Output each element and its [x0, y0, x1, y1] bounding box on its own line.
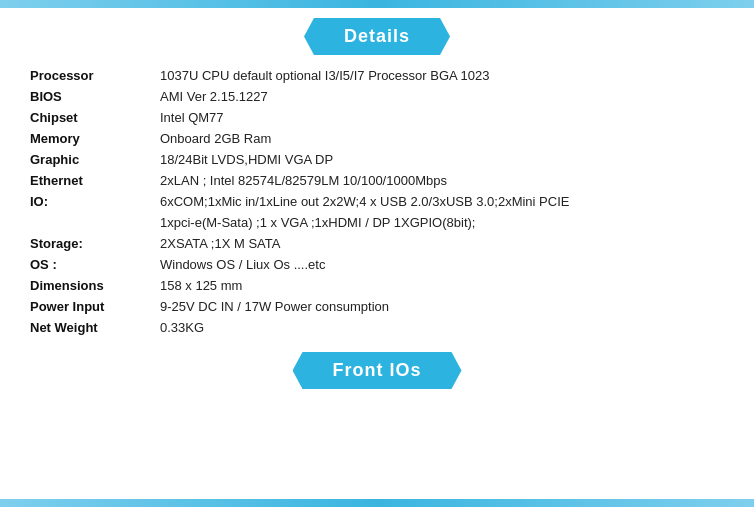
top-border	[0, 0, 754, 8]
detail-value: Windows OS / Liux Os ....etc	[160, 257, 724, 272]
detail-value: 0.33KG	[160, 320, 724, 335]
table-row: Net Weight0.33KG	[30, 317, 724, 338]
detail-label: Graphic	[30, 152, 160, 167]
detail-value: 158 x 125 mm	[160, 278, 724, 293]
detail-value: Intel QM77	[160, 110, 724, 125]
table-row: Processor1037U CPU default optional I3/I…	[30, 65, 724, 86]
table-row: Graphic18/24Bit LVDS,HDMI VGA DP	[30, 149, 724, 170]
table-row: MemoryOnboard 2GB Ram	[30, 128, 724, 149]
detail-value: 18/24Bit LVDS,HDMI VGA DP	[160, 152, 724, 167]
detail-label: Ethernet	[30, 173, 160, 188]
detail-label: Dimensions	[30, 278, 160, 293]
details-title: Details	[304, 18, 450, 55]
detail-value: AMI Ver 2.15.1227	[160, 89, 724, 104]
detail-value: 2xLAN ; Intel 82574L/82579LM 10/100/1000…	[160, 173, 724, 188]
detail-label: Chipset	[30, 110, 160, 125]
table-row: IO:6xCOM;1xMic in/1xLine out 2x2W;4 x US…	[30, 191, 724, 212]
detail-label: Processor	[30, 68, 160, 83]
detail-value: 2XSATA ;1X M SATA	[160, 236, 724, 251]
table-row: ChipsetIntel QM77	[30, 107, 724, 128]
front-ios-banner: Front IOs	[0, 352, 754, 389]
details-banner: Details	[0, 18, 754, 55]
detail-value: Onboard 2GB Ram	[160, 131, 724, 146]
detail-label: BIOS	[30, 89, 160, 104]
detail-value: 6xCOM;1xMic in/1xLine out 2x2W;4 x USB 2…	[160, 194, 724, 209]
detail-label: OS :	[30, 257, 160, 272]
detail-value: 1xpci-e(M-Sata) ;1 x VGA ;1xHDMI / DP 1X…	[160, 215, 724, 230]
detail-value: 1037U CPU default optional I3/I5/I7 Proc…	[160, 68, 724, 83]
table-row: Storage:2XSATA ;1X M SATA	[30, 233, 724, 254]
table-row: 1xpci-e(M-Sata) ;1 x VGA ;1xHDMI / DP 1X…	[30, 212, 724, 233]
bottom-border	[0, 499, 754, 507]
detail-label: Storage:	[30, 236, 160, 251]
table-row: Power Input9-25V DC IN / 17W Power consu…	[30, 296, 724, 317]
table-row: BIOSAMI Ver 2.15.1227	[30, 86, 724, 107]
table-row: Ethernet2xLAN ; Intel 82574L/82579LM 10/…	[30, 170, 724, 191]
table-row: OS :Windows OS / Liux Os ....etc	[30, 254, 724, 275]
front-ios-title: Front IOs	[293, 352, 462, 389]
detail-label: Memory	[30, 131, 160, 146]
details-table: Processor1037U CPU default optional I3/I…	[30, 65, 724, 338]
table-row: Dimensions158 x 125 mm	[30, 275, 724, 296]
detail-label: Net Weight	[30, 320, 160, 335]
detail-value: 9-25V DC IN / 17W Power consumption	[160, 299, 724, 314]
detail-label: IO:	[30, 194, 160, 209]
detail-label: Power Input	[30, 299, 160, 314]
